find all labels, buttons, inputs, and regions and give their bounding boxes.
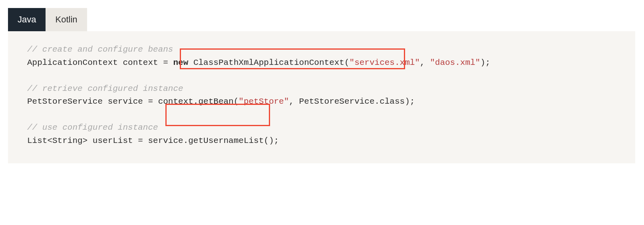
comment-text: // retrieve configured instance — [27, 84, 183, 93]
code-line-6: List<String> userList = service.getUsern… — [27, 135, 616, 148]
code-block: // create and configure beans Applicatio… — [8, 31, 635, 163]
code-text: , PetStoreService.class); — [289, 97, 415, 106]
tab-java[interactable]: Java — [8, 8, 46, 31]
code-line-2: ApplicationContext context = new ClassPa… — [27, 56, 616, 70]
code-text: List<String> userList = service.getUsern… — [27, 136, 279, 145]
tab-kotlin[interactable]: Kotlin — [46, 8, 87, 31]
code-text: PetStoreService service = context.getBea… — [27, 97, 239, 106]
language-tabs: Java Kotlin — [8, 8, 635, 31]
code-comment-1: // create and configure beans — [27, 43, 616, 56]
code-text: ); — [480, 58, 490, 67]
blank-line — [27, 69, 616, 82]
code-comment-2: // retrieve configured instance — [27, 82, 616, 96]
comment-text: // create and configure beans — [27, 45, 173, 54]
code-line-4: PetStoreService service = context.getBea… — [27, 95, 616, 108]
code-example-container: Java Kotlin // create and configure bean… — [8, 8, 635, 163]
code-text: , — [420, 58, 430, 67]
code-text: ApplicationContext context = — [27, 58, 173, 67]
string-literal: "petStore" — [239, 97, 289, 106]
blank-line — [27, 108, 616, 122]
comment-text: // use configured instance — [27, 123, 158, 132]
string-literal: "services.xml" — [350, 58, 420, 67]
code-comment-3: // use configured instance — [27, 121, 616, 135]
string-literal: "daos.xml" — [430, 58, 480, 67]
code-text: ClassPathXmlApplicationContext( — [188, 58, 349, 67]
keyword-new: new — [173, 58, 188, 67]
